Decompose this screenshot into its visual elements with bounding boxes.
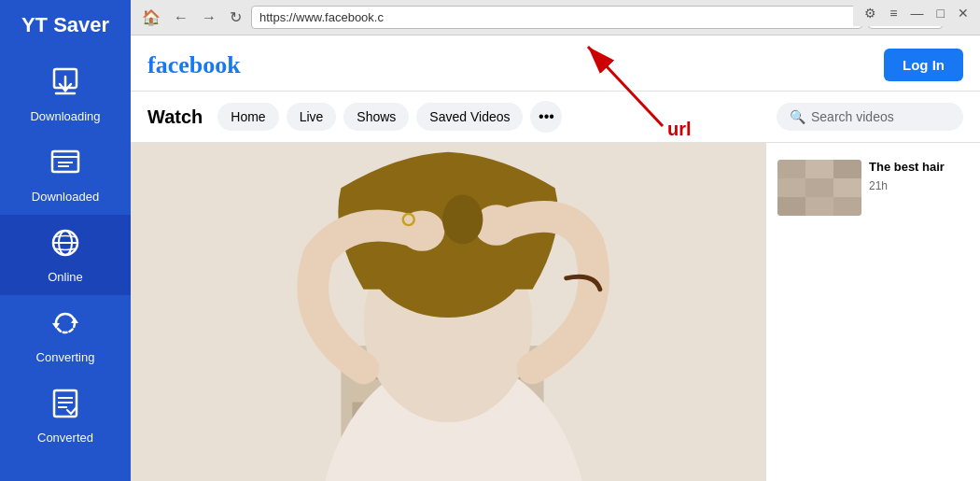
converted-icon xyxy=(49,387,82,427)
settings-button[interactable]: ⚙ xyxy=(859,4,882,22)
login-button[interactable]: Log In xyxy=(884,49,963,81)
search-icon: 🔍 xyxy=(790,109,805,124)
svg-rect-47 xyxy=(833,178,861,197)
facebook-logo: facebook xyxy=(147,51,241,79)
close-button[interactable]: ✕ xyxy=(952,4,974,22)
facebook-nav: Watch Home Live Shows Saved Videos ••• 🔍… xyxy=(131,92,980,143)
main-video[interactable] xyxy=(131,143,765,481)
app-title: YT Saver xyxy=(0,0,131,54)
sidebar-video-time: 21h xyxy=(869,179,945,192)
sidebar-item-online-label: Online xyxy=(48,270,83,284)
converting-icon xyxy=(49,306,82,347)
address-bar[interactable] xyxy=(251,6,862,29)
sidebar-video-info: The best hair 21h xyxy=(869,160,945,216)
svg-rect-43 xyxy=(805,160,833,178)
refresh-button[interactable]: ↻ xyxy=(226,7,245,28)
sidebar: YT Saver Downloading Downloaded xyxy=(0,0,131,481)
menu-button[interactable]: ≡ xyxy=(884,4,903,22)
search-placeholder: Search videos xyxy=(811,109,894,124)
sidebar-item-downloaded-label: Downloaded xyxy=(32,190,99,204)
watch-label: Watch xyxy=(147,106,203,128)
window-controls: ⚙ ≡ — □ ✕ xyxy=(853,0,980,26)
svg-rect-45 xyxy=(777,178,805,197)
svg-rect-49 xyxy=(805,197,833,216)
facebook-header: facebook Log In xyxy=(131,35,980,92)
svg-rect-48 xyxy=(777,197,805,216)
sidebar-item-converting-label: Converting xyxy=(36,350,95,364)
sidebar-video-title: The best hair xyxy=(869,160,945,176)
sidebar-item-downloading-label: Downloading xyxy=(30,109,100,123)
video-area: The best hair 21h xyxy=(131,143,980,481)
sidebar-item-converted-label: Converted xyxy=(37,431,93,445)
svg-rect-42 xyxy=(777,160,805,178)
nav-live-button[interactable]: Live xyxy=(287,103,337,131)
minimize-button[interactable]: — xyxy=(905,4,930,22)
downloaded-icon xyxy=(49,146,82,186)
sidebar-video-item[interactable]: The best hair 21h xyxy=(766,152,980,223)
sidebar-item-downloaded[interactable]: Downloaded xyxy=(0,134,131,215)
home-button[interactable]: 🏠 xyxy=(138,7,164,28)
nav-home-button[interactable]: Home xyxy=(217,103,278,131)
video-search-box[interactable]: 🔍 Search videos xyxy=(777,103,963,131)
maximize-button[interactable]: □ xyxy=(931,4,950,22)
sidebar-item-online[interactable]: Online xyxy=(0,215,131,295)
sidebar-videos: The best hair 21h xyxy=(765,143,980,481)
nav-saved-videos-button[interactable]: Saved Videos xyxy=(416,103,523,131)
main-content: ⚙ ≡ — □ ✕ 🏠 ← → ↻ 🖌 facebook Log In Watc… xyxy=(131,0,980,481)
svg-point-37 xyxy=(399,210,444,250)
svg-rect-46 xyxy=(805,178,833,197)
sidebar-item-converting[interactable]: Converting xyxy=(0,295,131,375)
nav-more-button[interactable]: ••• xyxy=(530,101,562,133)
sidebar-item-downloading[interactable]: Downloading xyxy=(0,54,131,134)
svg-rect-44 xyxy=(833,160,861,178)
online-icon xyxy=(49,226,82,266)
back-button[interactable]: ← xyxy=(170,7,192,28)
downloading-icon xyxy=(49,65,82,106)
forward-button[interactable]: → xyxy=(198,7,220,28)
svg-rect-50 xyxy=(833,197,861,216)
svg-point-40 xyxy=(442,195,483,245)
sidebar-video-thumbnail xyxy=(777,160,861,216)
nav-shows-button[interactable]: Shows xyxy=(343,103,409,131)
sidebar-item-converted[interactable]: Converted xyxy=(0,375,131,456)
facebook-content: facebook Log In Watch Home Live Shows Sa… xyxy=(131,35,980,481)
